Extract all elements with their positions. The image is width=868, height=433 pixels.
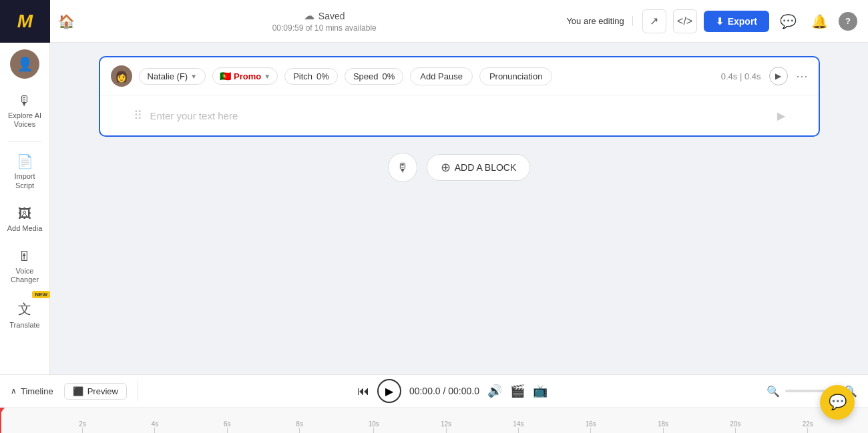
- speed-label: Speed: [353, 71, 379, 81]
- transport-controls: ⏮ ▶ 00:00.0 / 00:00.0 🔊 🎬 📺: [149, 379, 756, 403]
- content-area: 👩 Natalie (F) ▼ 🇵🇹 Promo ▼ Pitch 0% Spee…: [50, 43, 868, 374]
- notification-wrapper: 🔔: [807, 13, 832, 29]
- style-selector[interactable]: 🇵🇹 Promo ▼: [212, 67, 278, 85]
- voice-avatar-img: 👩: [115, 70, 128, 83]
- mic-button[interactable]: 🎙: [388, 153, 417, 182]
- more-options-button[interactable]: ⋯: [796, 69, 808, 83]
- help-button[interactable]: ?: [839, 12, 857, 31]
- chat-icon[interactable]: 💬: [776, 9, 801, 33]
- ruler-tick: [663, 428, 664, 433]
- ruler-label: 12s: [441, 420, 451, 428]
- play-block-button[interactable]: ▶: [769, 67, 788, 85]
- ruler-tick: [154, 428, 155, 433]
- preview-icon: ⬛: [73, 386, 83, 396]
- editing-label: You are editing: [566, 16, 632, 26]
- voice-avatar: 👩: [111, 65, 132, 87]
- code-icon: </>: [677, 15, 692, 27]
- chat-widget-icon: 💬: [829, 394, 847, 411]
- drag-handle-icon: ⠿: [134, 108, 142, 123]
- import-script-icon: 📄: [17, 153, 33, 169]
- sidebar-item-voice-changer[interactable]: 🎚 Voice Changer: [2, 242, 47, 291]
- zoom-out-button[interactable]: 🔍: [767, 385, 780, 398]
- app-logo[interactable]: M: [0, 0, 50, 43]
- timeline-toggle[interactable]: ∧ Timeline: [11, 386, 53, 396]
- play-inline-icon[interactable]: ▶: [777, 109, 785, 122]
- block-text-area[interactable]: ⠿ Enter your text here ▶: [100, 95, 819, 135]
- speed-control[interactable]: Speed 0%: [345, 68, 403, 85]
- sidebar-label-voice-changer: Voice Changer: [6, 267, 43, 284]
- ruler-tick: [518, 428, 519, 433]
- preview-label: Preview: [87, 386, 118, 396]
- ruler-tick: [227, 428, 228, 433]
- voice-chevron-icon: ▼: [190, 73, 197, 80]
- home-button[interactable]: 🏠: [50, 13, 82, 29]
- sidebar-item-explore-ai[interactable]: 🎙 Explore AI Voices: [2, 87, 47, 135]
- voice-name: Natalie (F): [148, 71, 188, 81]
- ruler-marker: 4s: [152, 420, 159, 433]
- camera-button[interactable]: 🎬: [510, 384, 525, 398]
- sidebar: 👤 🎙 Explore AI Voices 📄 Import Script 🖼 …: [0, 43, 50, 374]
- voice-selector[interactable]: Natalie (F) ▼: [139, 68, 206, 85]
- ruler-marker: 12s: [441, 420, 451, 433]
- code-button[interactable]: </>: [673, 9, 697, 33]
- screen-button[interactable]: 📺: [533, 384, 548, 398]
- playhead-triangle: [0, 408, 5, 413]
- pitch-label: Pitch: [293, 71, 312, 81]
- pitch-control[interactable]: Pitch 0%: [284, 68, 338, 85]
- sidebar-label-explore-ai: Explore AI Voices: [6, 111, 43, 129]
- ruler-label: 20s: [730, 420, 740, 428]
- export-icon: ⬇: [716, 16, 724, 27]
- share-icon: ↗: [650, 15, 658, 27]
- chevron-up-icon: ∧: [11, 386, 17, 396]
- user-avatar[interactable]: 👤: [10, 49, 39, 79]
- play-transport-icon: ▶: [385, 385, 393, 398]
- ruler-label: 18s: [658, 420, 668, 428]
- play-pause-button[interactable]: ▶: [377, 379, 401, 403]
- timeline-divider: [138, 381, 138, 401]
- timeline-ruler: 2s 4s 6s 8s 10s 12s 14s 16s 18s 20s 22s: [0, 408, 868, 433]
- add-block-label: ADD A BLOCK: [455, 162, 517, 173]
- ruler-tick: [446, 428, 447, 433]
- topbar-right: You are editing ↗ </> ⬇ Export 💬 🔔 ?: [566, 9, 868, 33]
- ruler-label: 4s: [152, 420, 159, 428]
- ruler-marker: 6s: [224, 420, 231, 433]
- share-button[interactable]: ↗: [642, 9, 666, 33]
- logo-text: M: [17, 11, 33, 32]
- ruler-label: 6s: [224, 420, 231, 428]
- notification-icon[interactable]: 🔔: [807, 10, 832, 33]
- sidebar-label-import-script: Import Script: [6, 172, 43, 189]
- topbar-center: ☁ Saved 00:09:59 of 10 mins available: [82, 9, 566, 33]
- playhead: [0, 408, 1, 433]
- ruler-tick: [590, 428, 591, 433]
- export-button[interactable]: ⬇ Export: [704, 11, 769, 32]
- time-status: 00:09:59 of 10 mins available: [272, 23, 377, 33]
- explore-ai-icon: 🎙: [18, 93, 31, 109]
- ruler-label: 10s: [369, 420, 379, 428]
- topbar: M 🏠 ☁ Saved 00:09:59 of 10 mins availabl…: [0, 0, 868, 43]
- ruler-label: 2s: [79, 420, 86, 428]
- sidebar-label-translate: Translate: [9, 321, 39, 330]
- ruler-tick: [735, 428, 736, 433]
- ruler-tick: [82, 428, 83, 433]
- voice-changer-icon: 🎚: [18, 249, 31, 264]
- preview-tab[interactable]: ⬛ Preview: [64, 383, 127, 400]
- ruler-marker: 2s: [79, 420, 86, 433]
- block-toolbar: 👩 Natalie (F) ▼ 🇵🇹 Promo ▼ Pitch 0% Spee…: [100, 57, 819, 95]
- sidebar-item-translate[interactable]: NEW 文 Translate: [2, 294, 47, 336]
- avatar-image: 👤: [17, 56, 33, 72]
- sidebar-item-add-media[interactable]: 🖼 Add Media: [2, 199, 47, 240]
- ruler-label: 22s: [803, 420, 813, 428]
- timing-display: 0.4s | 0.4s: [721, 71, 761, 81]
- sidebar-item-import-script[interactable]: 📄 Import Script: [2, 147, 47, 196]
- ruler-marker: 8s: [296, 420, 303, 433]
- ruler-marker: 18s: [658, 420, 668, 433]
- ruler-marker: 16s: [586, 420, 596, 433]
- pronunciation-button[interactable]: Pronunciation: [479, 67, 553, 85]
- chat-widget[interactable]: 💬: [820, 385, 855, 420]
- timeline-bar: ∧ Timeline ⬛ Preview ⏮ ▶ 00:00.0 / 00:00…: [0, 374, 868, 433]
- skip-back-button[interactable]: ⏮: [357, 384, 369, 398]
- volume-button[interactable]: 🔊: [487, 384, 502, 398]
- text-placeholder[interactable]: Enter your text here: [150, 110, 769, 121]
- add-pause-button[interactable]: Add Pause: [410, 67, 473, 85]
- add-block-button[interactable]: ⊕ ADD A BLOCK: [427, 154, 531, 181]
